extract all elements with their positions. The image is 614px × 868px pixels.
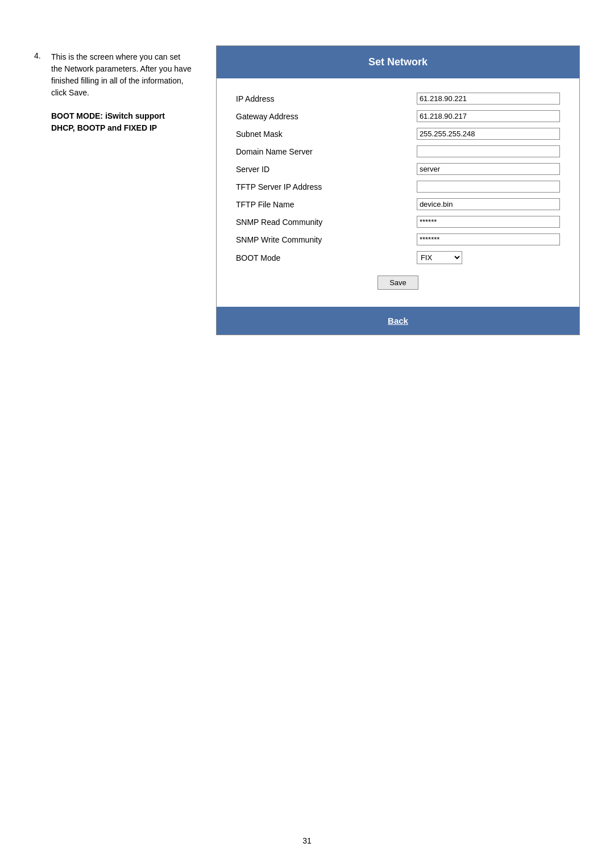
tftp-file-name-label: TFTP File Name	[234, 195, 414, 213]
table-row: TFTP File Name	[234, 195, 562, 213]
page-number: 31	[302, 836, 312, 845]
tftp-file-name-cell	[414, 195, 562, 213]
dns-input[interactable]	[417, 145, 560, 157]
ip-address-label: IP Address	[234, 90, 414, 107]
dns-cell	[414, 143, 562, 160]
subnet-mask-input[interactable]	[417, 128, 560, 140]
tftp-server-ip-label: TFTP Server IP Address	[234, 178, 414, 195]
set-network-body: IP AddressGateway AddressSubnet MaskDoma…	[217, 78, 579, 307]
set-network-footer: Back	[217, 307, 579, 335]
boot-mode-select[interactable]: FIXDHCPBOOTP	[417, 251, 462, 264]
snmp-write-community-cell	[414, 231, 562, 248]
snmp-write-community-label: SNMP Write Community	[234, 231, 414, 248]
table-row: SNMP Write Community	[234, 231, 562, 248]
table-row: Gateway Address	[234, 107, 562, 125]
ip-address-input[interactable]	[417, 93, 560, 105]
snmp-read-community-cell	[414, 213, 562, 231]
subnet-mask-label: Subnet Mask	[234, 125, 414, 143]
tftp-server-ip-cell	[414, 178, 562, 195]
step-number: 4.	[34, 51, 45, 99]
table-row: Subnet Mask	[234, 125, 562, 143]
right-panel: Set Network IP AddressGateway AddressSub…	[216, 45, 580, 335]
back-link[interactable]: Back	[388, 316, 408, 326]
snmp-read-community-label: SNMP Read Community	[234, 213, 414, 231]
tftp-file-name-input[interactable]	[417, 198, 560, 210]
left-panel: 4. This is the screen where you can set …	[34, 45, 193, 335]
subnet-mask-cell	[414, 125, 562, 143]
instruction-text: This is the screen where you can set the…	[51, 51, 193, 99]
dns-label: Domain Name Server	[234, 143, 414, 160]
boot-mode-label: BOOT Mode	[234, 248, 414, 267]
table-row: SNMP Read Community	[234, 213, 562, 231]
form-title: Set Network	[368, 56, 428, 68]
instruction-item: 4. This is the screen where you can set …	[34, 51, 193, 99]
snmp-write-community-input[interactable]	[417, 233, 560, 245]
set-network-header: Set Network	[217, 46, 579, 78]
server-id-label: Server ID	[234, 160, 414, 178]
gateway-address-label: Gateway Address	[234, 107, 414, 125]
gateway-address-input[interactable]	[417, 110, 560, 122]
gateway-address-cell	[414, 107, 562, 125]
snmp-read-community-input[interactable]	[417, 216, 560, 228]
tftp-server-ip-input[interactable]	[417, 181, 560, 193]
form-table: IP AddressGateway AddressSubnet MaskDoma…	[234, 90, 562, 267]
set-network-box: Set Network IP AddressGateway AddressSub…	[216, 45, 580, 335]
table-row: Domain Name Server	[234, 143, 562, 160]
table-row: BOOT ModeFIXDHCPBOOTP	[234, 248, 562, 267]
boot-mode-note: BOOT MODE: iSwitch supportDHCP, BOOTP an…	[34, 110, 193, 134]
table-row: IP Address	[234, 90, 562, 107]
table-row: TFTP Server IP Address	[234, 178, 562, 195]
server-id-input[interactable]	[417, 163, 560, 175]
ip-address-cell	[414, 90, 562, 107]
save-row: Save	[234, 267, 562, 295]
save-button[interactable]: Save	[377, 276, 418, 290]
table-row: Server ID	[234, 160, 562, 178]
server-id-cell	[414, 160, 562, 178]
boot-mode-cell: FIXDHCPBOOTP	[414, 248, 562, 267]
